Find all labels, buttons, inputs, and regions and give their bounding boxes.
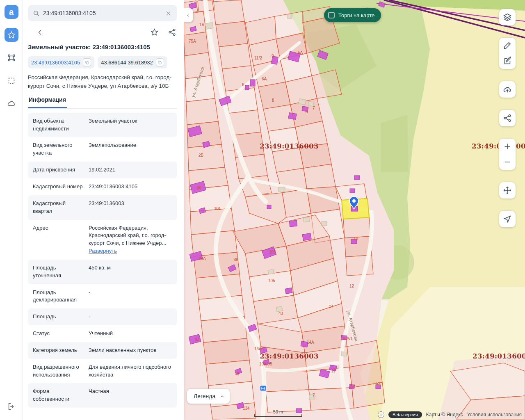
tab-information[interactable]: Информация bbox=[28, 96, 67, 108]
info-row-value: Земли населенных пунктов bbox=[89, 347, 172, 354]
chevron-up-icon bbox=[219, 394, 225, 399]
upload-button[interactable] bbox=[499, 81, 516, 98]
copy-icon bbox=[158, 60, 162, 65]
quarter-label: 23:49:0136003 bbox=[260, 142, 319, 150]
cloud-button[interactable] bbox=[5, 97, 18, 111]
layers-button[interactable] bbox=[499, 9, 516, 25]
parcel-number: 10 bbox=[354, 237, 358, 241]
edit-button[interactable] bbox=[499, 53, 516, 69]
info-row-value: - bbox=[89, 313, 172, 321]
cloud-upload-icon bbox=[503, 85, 512, 94]
info-table: Вид объекта недвижимостиЗемельный участо… bbox=[28, 113, 177, 408]
info-row: Вид земельного участкаЗемлепользование bbox=[28, 137, 177, 162]
info-icon[interactable]: i bbox=[378, 411, 384, 418]
torgi-checkbox[interactable] bbox=[328, 12, 335, 18]
edit-square-icon bbox=[503, 57, 512, 66]
share-map-button[interactable] bbox=[499, 110, 516, 126]
torgi-toggle[interactable]: Торги на карте bbox=[324, 8, 381, 22]
info-row-value: 23:49:0136003 bbox=[89, 200, 172, 215]
parcel-number: 17 bbox=[331, 369, 336, 373]
coordinates-chip[interactable]: 43.686144 39.618932 bbox=[98, 56, 167, 68]
plus-icon bbox=[503, 142, 512, 151]
dashed-square-icon bbox=[7, 76, 16, 85]
info-row-value: Для ведения личного подсобного хозяйства bbox=[89, 363, 172, 379]
cadastral-number-link[interactable]: 23:49:0136003:4105 bbox=[31, 59, 80, 66]
legend-label: Легенда bbox=[194, 393, 215, 399]
info-row: Вид объекта недвижимостиЗемельный участо… bbox=[28, 113, 177, 137]
info-row-label: Площадь bbox=[33, 313, 84, 321]
scale-label: 50 m bbox=[254, 409, 302, 414]
object-address: Российская Федерация, Краснодарский край… bbox=[28, 73, 177, 90]
parcel-number: 7 bbox=[313, 106, 315, 110]
expand-address-link[interactable]: Развернуть bbox=[89, 248, 117, 254]
terms-link[interactable]: Условия использования bbox=[467, 412, 522, 418]
search-input[interactable] bbox=[43, 10, 161, 16]
info-row: Кадастровый квартал23:49:0136003 bbox=[28, 195, 177, 220]
quarter-label: 23:49:0136003 bbox=[260, 352, 319, 360]
beta-badge: Beta-версия bbox=[388, 411, 422, 418]
info-row-label: Площадь уточненная bbox=[33, 264, 84, 280]
parcel-number: 12 bbox=[349, 284, 354, 288]
back-button[interactable] bbox=[35, 27, 45, 37]
measure-button[interactable] bbox=[499, 38, 516, 53]
selection-frame-button[interactable] bbox=[5, 74, 18, 88]
parcel-number: 2Б bbox=[199, 153, 204, 158]
chevron-left-icon bbox=[36, 28, 44, 37]
vector-square-icon bbox=[7, 53, 16, 62]
info-row-value: 23:49:0136003:4105 bbox=[89, 183, 172, 191]
parcel-number: 105 bbox=[268, 278, 275, 283]
app-logo[interactable]: a bbox=[5, 5, 18, 19]
search-icon bbox=[33, 10, 40, 17]
parcel-number: 75А bbox=[189, 39, 196, 43]
object-panel: Земельный участок: 23:49:0136003:4105 23… bbox=[23, 0, 184, 420]
area-select-button[interactable] bbox=[5, 51, 18, 65]
cloud-icon bbox=[7, 99, 16, 108]
parcel-number: 11/2 bbox=[254, 56, 262, 60]
app-logo-letter: a bbox=[9, 7, 14, 17]
parcel-number: 99 bbox=[197, 186, 202, 190]
navigation-arrow-icon bbox=[503, 215, 512, 224]
zoom-group bbox=[499, 139, 516, 170]
info-row-label: Вид разрешенного использования bbox=[33, 363, 84, 379]
zoom-out-button[interactable] bbox=[499, 154, 516, 170]
map-canvas[interactable]: 23:49:013600323:49:013600323:49:01360032… bbox=[184, 0, 525, 420]
info-row: Категория земельЗемли населенных пунктов bbox=[28, 342, 177, 359]
info-row-label: Площадь декларированная bbox=[33, 289, 84, 304]
parcel-number: 43 bbox=[278, 311, 283, 316]
zoom-in-button[interactable] bbox=[499, 139, 516, 154]
app-root: a bbox=[0, 0, 525, 420]
close-icon bbox=[165, 10, 171, 16]
ruler-pencil-icon bbox=[503, 41, 512, 50]
info-row-value: 450 кв. м bbox=[89, 264, 172, 280]
collapse-panel-button[interactable] bbox=[184, 8, 193, 22]
info-row: Дата присвоения19.02.2021 bbox=[28, 162, 177, 178]
info-row-label: Статус bbox=[33, 330, 84, 338]
pan-button[interactable] bbox=[499, 182, 516, 199]
parcel-number: 14А bbox=[307, 340, 314, 345]
info-row-value: Учтенный bbox=[89, 330, 172, 338]
locate-button[interactable] bbox=[499, 211, 516, 227]
legend-button[interactable]: Легенда bbox=[187, 389, 230, 404]
info-row-label: Категория земель bbox=[33, 347, 84, 354]
copy-cadastral-button[interactable] bbox=[83, 58, 91, 66]
map-toolbar bbox=[499, 9, 516, 227]
chips-row: 23:49:0136003:4105 43.686144 39.618932 bbox=[28, 56, 177, 68]
copy-coordinates-button[interactable] bbox=[156, 58, 164, 66]
share-icon bbox=[503, 114, 512, 123]
search-box[interactable] bbox=[28, 5, 177, 21]
info-row: АдресРоссийская Федерация, Краснодарский… bbox=[28, 220, 177, 260]
logout-button[interactable] bbox=[5, 399, 18, 413]
clear-search-button[interactable] bbox=[164, 9, 172, 17]
info-row-value: Земельный участок bbox=[89, 117, 172, 133]
favorite-object-button[interactable] bbox=[149, 27, 160, 37]
info-row-label: Кадастровый номер bbox=[33, 183, 84, 191]
favorites-button[interactable] bbox=[5, 28, 18, 42]
share-object-button[interactable] bbox=[167, 27, 177, 37]
info-row: Форма собственностиЧастная bbox=[28, 383, 177, 408]
share-icon bbox=[168, 28, 176, 37]
parcel-number: 6 bbox=[242, 82, 244, 87]
tabs-bar: Информация bbox=[28, 96, 177, 109]
coordinates-value: 43.686144 39.618932 bbox=[101, 59, 153, 66]
page-title: Земельный участок: 23:49:0136003:4105 bbox=[28, 43, 177, 51]
cadastral-number-chip[interactable]: 23:49:0136003:4105 bbox=[28, 56, 94, 68]
